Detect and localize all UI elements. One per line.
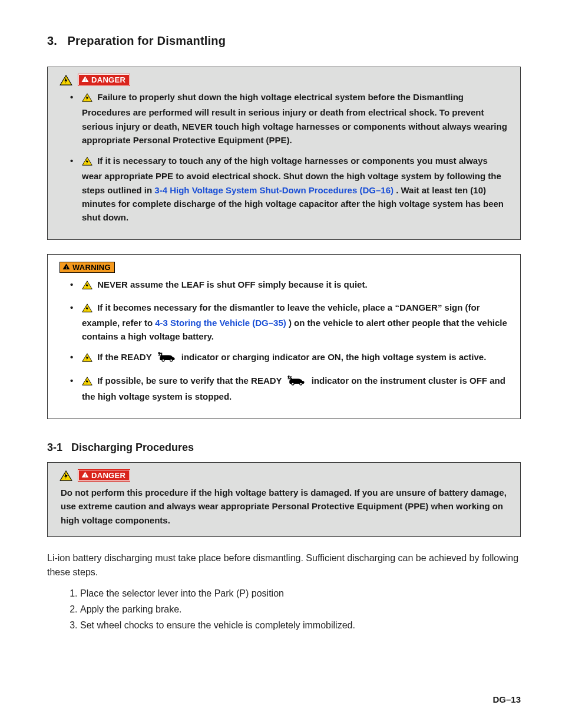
svg-text:!: !: [84, 473, 86, 478]
subsection-title-text: Discharging Procedures: [71, 442, 194, 453]
section-title-text: Preparation for Dismantling: [67, 34, 226, 47]
warning-list: NEVER assume the LEAF is shut OFF simply…: [68, 278, 508, 403]
step-item: Apply the parking brake.: [80, 602, 521, 616]
high-voltage-icon: [82, 156, 92, 169]
danger-callout-1: ! DANGER Failure to properly shut down t…: [47, 67, 521, 240]
danger-header: ! DANGER: [59, 74, 508, 85]
warning-badge: ! WARNING: [59, 262, 115, 273]
warning-item-text: If the READY: [97, 352, 154, 362]
warning-item: If it becomes necessary for the dismantl…: [68, 301, 508, 344]
danger-body: Do not perform this procedure if the hig…: [61, 486, 508, 527]
subsection-title: 3-1 Discharging Procedures: [47, 442, 521, 454]
danger-header: ! DANGER: [59, 470, 508, 481]
warning-item-text: If possible, be sure to verify that the …: [97, 375, 284, 386]
subsection-number: 3-1: [47, 442, 62, 453]
svg-point-11: [170, 359, 172, 361]
page-number: DG–13: [492, 694, 521, 704]
warning-callout: ! WARNING NEVER assume the LEAF is shut …: [47, 254, 521, 419]
warning-item-text: NEVER assume the LEAF is shut OFF simply…: [97, 279, 367, 289]
danger-item-text: Failure to properly shut down the high v…: [82, 92, 507, 145]
danger-item: Failure to properly shut down the high v…: [68, 90, 508, 147]
svg-text:!: !: [65, 265, 67, 270]
danger-label: DANGER: [91, 471, 125, 480]
high-voltage-icon: [82, 92, 92, 106]
high-voltage-icon: [82, 302, 92, 316]
cross-ref-link[interactable]: 4-3 Storing the Vehicle (DG–35): [155, 318, 286, 328]
svg-point-13: [292, 383, 294, 385]
warning-triangle-icon: !: [62, 263, 70, 272]
intro-text: Li-ion battery discharging must take pla…: [47, 551, 521, 579]
ready-indicator-icon: [286, 375, 306, 390]
ready-indicator-icon: [157, 352, 177, 366]
cross-ref-link[interactable]: 3-4 High Voltage System Shut-Down Proced…: [154, 185, 394, 195]
danger-badge: ! DANGER: [78, 470, 130, 481]
warning-triangle-icon: !: [81, 75, 89, 84]
danger-list: Failure to properly shut down the high v…: [68, 90, 508, 224]
danger-item: If it is necessary to touch any of the h…: [68, 154, 508, 224]
steps-list: Place the selector lever into the Park (…: [80, 587, 521, 633]
high-voltage-icon: [82, 352, 92, 365]
danger-callout-2: ! DANGER Do not perform this procedure i…: [47, 462, 521, 537]
warning-label: WARNING: [72, 263, 111, 272]
warning-item: NEVER assume the LEAF is shut OFF simply…: [68, 278, 508, 293]
warning-item: If the READY indicator or charging indic…: [68, 350, 508, 366]
section-number: 3.: [47, 34, 57, 47]
warning-header: ! WARNING: [59, 262, 508, 273]
warning-triangle-icon: !: [81, 471, 89, 480]
step-item: Place the selector lever into the Park (…: [80, 587, 521, 600]
warning-item-text-post: indicator or charging indicator are ON, …: [181, 352, 487, 362]
svg-point-14: [300, 383, 302, 385]
danger-badge: ! DANGER: [78, 74, 130, 85]
step-item: Set wheel chocks to ensure the vehicle i…: [80, 618, 521, 632]
danger-label: DANGER: [91, 75, 125, 84]
high-voltage-icon: [82, 279, 92, 293]
section-title: 3. Preparation for Dismantling: [47, 34, 521, 48]
svg-text:!: !: [84, 77, 86, 83]
svg-point-10: [162, 359, 164, 361]
high-voltage-icon: [59, 75, 72, 85]
high-voltage-icon: [82, 375, 92, 389]
warning-item: If possible, be sure to verify that the …: [68, 374, 508, 404]
high-voltage-icon: [59, 470, 72, 481]
